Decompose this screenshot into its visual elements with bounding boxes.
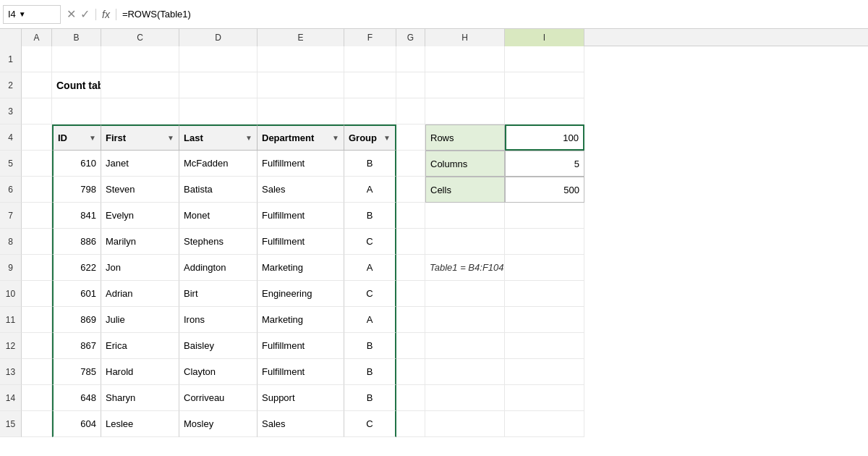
table-header-group[interactable]: Group ▼ [344,124,396,151]
cell-h3[interactable] [425,98,505,124]
cell-last-5[interactable]: McFadden [179,151,258,177]
cell-first-13[interactable]: Harold [101,359,179,385]
cell-i15[interactable] [505,411,584,437]
cell-group-11[interactable]: A [344,307,396,333]
cell-g5[interactable] [396,151,425,177]
cancel-icon[interactable]: ✕ [67,7,76,21]
cell-b1[interactable] [52,46,101,72]
cell-id-5[interactable]: 610 [52,151,101,177]
cell-f3[interactable] [344,98,396,124]
cell-id-6[interactable]: 798 [52,177,101,203]
cell-g2[interactable] [396,72,425,98]
confirm-icon[interactable]: ✓ [80,7,90,21]
cell-g14[interactable] [396,385,425,411]
cell-g15[interactable] [396,411,425,437]
col-header-a[interactable]: A [22,29,52,46]
cell-dept-10[interactable]: Engineering [258,281,344,307]
col-header-c[interactable]: C [101,29,179,46]
col-header-f[interactable]: F [344,29,396,46]
cell-a3[interactable] [22,98,52,124]
cell-dept-14[interactable]: Support [258,385,344,411]
stats-cols-value[interactable]: 5 [505,151,584,177]
cell-group-14[interactable]: B [344,385,396,411]
cell-g8[interactable] [396,229,425,255]
cell-group-15[interactable]: C [344,411,396,437]
col-header-d[interactable]: D [179,29,258,46]
cell-id-15[interactable]: 604 [52,411,101,437]
cell-i2[interactable] [505,72,584,98]
cell-group-12[interactable]: B [344,333,396,359]
table-header-first[interactable]: First ▼ [101,124,179,151]
cell-first-5[interactable]: Janet [101,151,179,177]
stats-cells-value[interactable]: 500 [505,177,584,203]
cell-dept-8[interactable]: Fulfillment [258,229,344,255]
cell-first-15[interactable]: Leslee [101,411,179,437]
cell-id-10[interactable]: 601 [52,281,101,307]
cell-h13[interactable] [425,359,505,385]
cell-i1[interactable] [505,46,584,72]
cell-first-6[interactable]: Steven [101,177,179,203]
cell-group-7[interactable]: B [344,203,396,229]
cell-dept-9[interactable]: Marketing [258,255,344,281]
cell-group-5[interactable]: B [344,151,396,177]
cell-first-10[interactable]: Adrian [101,281,179,307]
dropdown-last-icon[interactable]: ▼ [245,134,252,142]
cell-a9[interactable] [22,255,52,281]
cell-e1[interactable] [258,46,344,72]
table-header-last[interactable]: Last ▼ [179,124,258,151]
cell-last-6[interactable]: Batista [179,177,258,203]
cell-h9[interactable]: Table1 = B4:F104 [425,255,505,281]
cell-first-14[interactable]: Sharyn [101,385,179,411]
cell-g4[interactable] [396,124,425,151]
cell-i7[interactable] [505,203,584,229]
cell-dept-13[interactable]: Fulfillment [258,359,344,385]
cell-b2[interactable]: Count table rows [52,72,101,98]
cell-g9[interactable] [396,255,425,281]
cell-last-15[interactable]: Mosley [179,411,258,437]
cell-a11[interactable] [22,307,52,333]
cell-last-12[interactable]: Baisley [179,333,258,359]
cell-i10[interactable] [505,281,584,307]
cell-h15[interactable] [425,411,505,437]
cell-first-8[interactable]: Marilyn [101,229,179,255]
cell-e3[interactable] [258,98,344,124]
dropdown-dept-icon[interactable]: ▼ [332,134,339,142]
cell-group-13[interactable]: B [344,359,396,385]
cell-h2[interactable] [425,72,505,98]
col-header-i[interactable]: I [505,29,584,46]
cell-a5[interactable] [22,151,52,177]
cell-dept-11[interactable]: Marketing [258,307,344,333]
cell-i12[interactable] [505,333,584,359]
cell-a12[interactable] [22,333,52,359]
col-header-h[interactable]: H [425,29,505,46]
cell-dept-7[interactable]: Fulfillment [258,203,344,229]
cell-g13[interactable] [396,359,425,385]
cell-group-10[interactable]: C [344,281,396,307]
cell-d3[interactable] [179,98,258,124]
cell-a1[interactable] [22,46,52,72]
cell-reference[interactable]: I4 ▼ [3,5,61,24]
cell-d1[interactable] [179,46,258,72]
cell-b3[interactable] [52,98,101,124]
formula-content[interactable]: =ROWS(Table1) [116,9,865,20]
cell-group-9[interactable]: A [344,255,396,281]
dropdown-id-icon[interactable]: ▼ [89,134,96,142]
col-header-e[interactable]: E [258,29,344,46]
cell-last-7[interactable]: Monet [179,203,258,229]
dropdown-first-icon[interactable]: ▼ [167,134,174,142]
cell-id-12[interactable]: 867 [52,333,101,359]
cell-g3[interactable] [396,98,425,124]
cell-c1[interactable] [101,46,179,72]
cell-a6[interactable] [22,177,52,203]
cell-g12[interactable] [396,333,425,359]
cell-dept-15[interactable]: Sales [258,411,344,437]
cell-h8[interactable] [425,229,505,255]
cell-group-8[interactable]: C [344,229,396,255]
cell-d2[interactable] [179,72,258,98]
cell-a4[interactable] [22,124,52,151]
cell-f1[interactable] [344,46,396,72]
function-icon[interactable]: fx [95,9,116,20]
cell-id-9[interactable]: 622 [52,255,101,281]
table-header-department[interactable]: Department ▼ [258,124,344,151]
cell-a13[interactable] [22,359,52,385]
